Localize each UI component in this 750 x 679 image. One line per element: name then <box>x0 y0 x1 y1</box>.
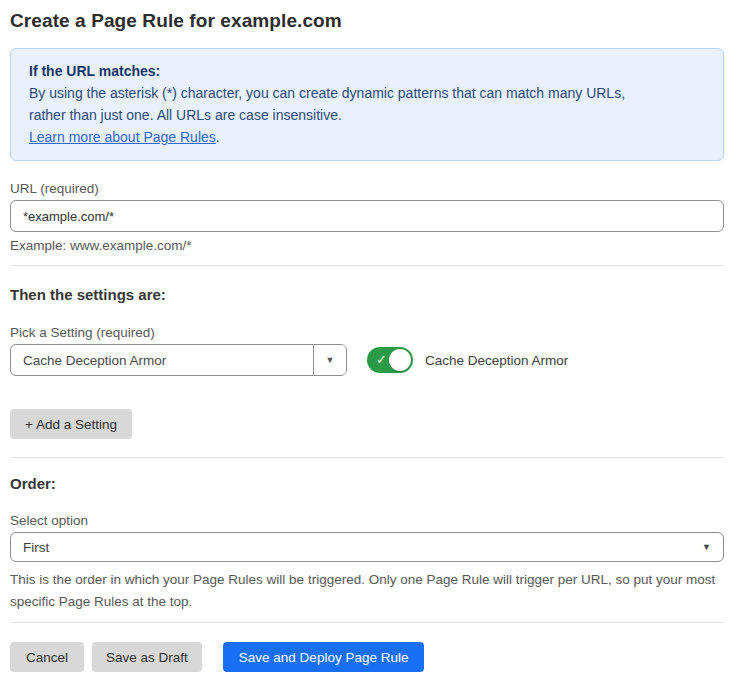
toggle-knob <box>389 349 411 371</box>
setting-dropdown-caret-button[interactable]: ▼ <box>313 345 346 375</box>
page-title: Create a Page Rule for example.com <box>10 10 724 32</box>
setting-toggle-group: ✓ Cache Deception Armor <box>367 347 568 373</box>
save-and-deploy-button[interactable]: Save and Deploy Page Rule <box>223 642 425 672</box>
toggle-label: Cache Deception Armor <box>425 353 568 368</box>
section-divider <box>10 265 724 266</box>
info-box-body-line: By using the asterisk (*) character, you… <box>29 82 705 104</box>
setting-dropdown-value: Cache Deception Armor <box>11 345 313 375</box>
footer-button-row: Cancel Save as Draft Save and Deploy Pag… <box>10 642 724 672</box>
chevron-down-icon: ▼ <box>326 356 335 365</box>
setting-dropdown[interactable]: Cache Deception Armor ▼ <box>10 344 347 376</box>
url-match-info-box: If the URL matches: By using the asteris… <box>10 48 724 161</box>
order-select-value: First <box>23 540 49 555</box>
link-suffix-text: . <box>216 129 220 145</box>
order-section-heading: Order: <box>10 475 724 492</box>
order-select[interactable]: First ▼ <box>10 532 724 562</box>
check-icon: ✓ <box>376 347 387 373</box>
chevron-down-icon: ▼ <box>702 543 711 552</box>
setting-row: Cache Deception Armor ▼ ✓ Cache Deceptio… <box>10 344 724 376</box>
pick-setting-label: Pick a Setting (required) <box>10 325 724 340</box>
info-box-body-line: rather than just one. All URLs are case … <box>29 104 705 126</box>
url-input[interactable] <box>10 200 724 232</box>
save-as-draft-button[interactable]: Save as Draft <box>92 642 202 672</box>
info-box-link-line: Learn more about Page Rules. <box>29 126 705 148</box>
cancel-button[interactable]: Cancel <box>10 642 84 672</box>
info-box-heading: If the URL matches: <box>29 60 705 82</box>
section-divider <box>10 622 724 623</box>
create-page-rule-form: Create a Page Rule for example.com If th… <box>10 10 724 672</box>
url-field-helper: Example: www.example.com/* <box>10 238 724 253</box>
section-divider <box>10 457 724 458</box>
order-helper-text: This is the order in which your Page Rul… <box>10 569 724 613</box>
settings-section-heading: Then the settings are: <box>10 286 724 303</box>
order-select-label: Select option <box>10 513 724 528</box>
add-setting-button[interactable]: + Add a Setting <box>10 409 132 439</box>
cache-deception-armor-toggle[interactable]: ✓ <box>367 347 413 373</box>
learn-more-page-rules-link[interactable]: Learn more about Page Rules <box>29 129 216 145</box>
url-field-label: URL (required) <box>10 181 724 196</box>
